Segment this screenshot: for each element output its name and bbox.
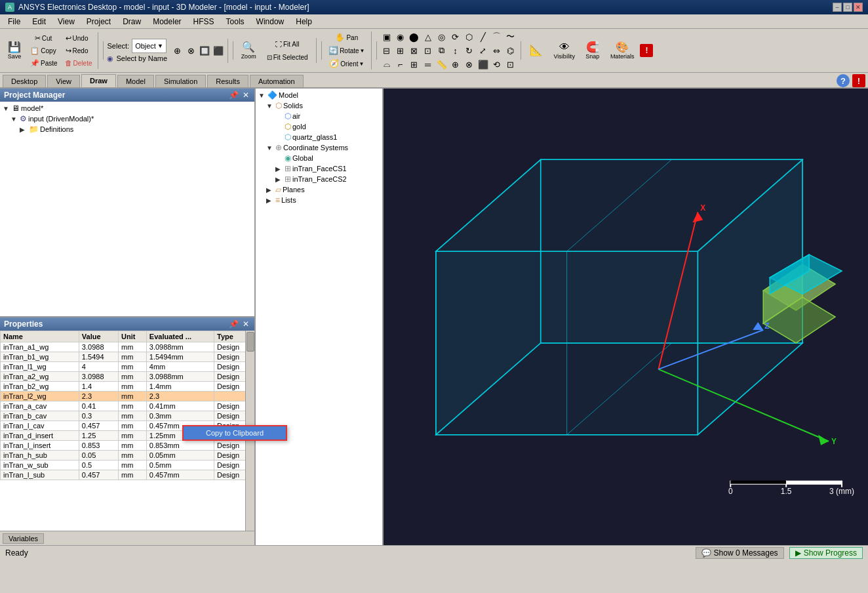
tab-draw[interactable]: Draw xyxy=(81,74,116,87)
pin-button[interactable]: 📌 xyxy=(227,91,240,100)
pan-button[interactable]: ✋ Pan xyxy=(325,31,368,43)
tab-results[interactable]: Results xyxy=(207,75,248,87)
section-icon[interactable]: ═ xyxy=(422,58,435,71)
menu-edit[interactable]: Edit xyxy=(27,16,51,28)
tree-coord-sys[interactable]: ▼ ⊕ Coordinate Systems xyxy=(257,142,381,153)
menu-window[interactable]: Window xyxy=(251,16,290,28)
table-row[interactable]: inTran_b1_wg 1.5494 mm 1.5494mm Design xyxy=(1,352,254,362)
sweep-icon[interactable]: ⌬ xyxy=(504,44,517,57)
menu-file[interactable]: File xyxy=(3,16,26,28)
viewport[interactable]: X Y Z 0 1.5 3 (mm) xyxy=(384,89,868,545)
zoom-button[interactable]: 🔍 Zoom xyxy=(237,39,260,62)
tree-model[interactable]: ▼ 🖥 model* xyxy=(1,103,253,113)
show-progress-button[interactable]: ▶ Show Progress xyxy=(789,547,863,559)
orient-button[interactable]: 🧭 Orient ▼ xyxy=(325,58,368,70)
table-row[interactable]: inTran_a2_wg 3.0988 mm 3.0988mm Design xyxy=(1,372,254,382)
ansys-warning-icon[interactable]: ! xyxy=(640,44,653,57)
select-icon3[interactable]: 🔲 xyxy=(198,44,211,57)
paste-button[interactable]: 📌 Paste xyxy=(27,57,61,69)
props-close-button[interactable]: ✕ xyxy=(241,319,250,329)
measure-tool-icon[interactable]: 📏 xyxy=(435,58,448,71)
select-icon1[interactable]: ⊕ xyxy=(170,44,184,57)
helix-icon[interactable]: ⟳ xyxy=(449,30,462,43)
warning-icon[interactable]: ! xyxy=(852,74,865,87)
draw-arc-icon[interactable]: ⌒ xyxy=(490,30,503,43)
copy-to-clipboard-button[interactable]: Copy to Clipboard xyxy=(184,426,286,440)
unite-icon[interactable]: ⊞ xyxy=(394,44,407,57)
measure-button[interactable]: 📐 xyxy=(524,39,548,62)
delete-button[interactable]: 🗑 Delete xyxy=(62,57,96,69)
copy-button[interactable]: 📋 Copy xyxy=(27,45,60,56)
tab-simulation[interactable]: Simulation xyxy=(155,75,206,87)
close-panel-button[interactable]: ✕ xyxy=(241,91,250,100)
tab-view[interactable]: View xyxy=(47,75,80,87)
tree-global[interactable]: ◉ Global xyxy=(257,153,381,163)
mirror-icon[interactable]: ⇔ xyxy=(490,44,503,57)
redo-button[interactable]: ↪ Redo xyxy=(60,45,93,56)
table-row[interactable]: inTran_l_sub 0.457 mm 0.457mm Design xyxy=(1,470,254,480)
box-icon[interactable]: ▣ xyxy=(380,30,393,43)
menu-view[interactable]: View xyxy=(52,16,80,28)
scale-icon[interactable]: ⤢ xyxy=(477,44,490,57)
tree-planes[interactable]: ▶ ▱ Planes xyxy=(257,184,381,195)
table-row[interactable]: inTran_b2_wg 1.4 mm 1.4mm Design xyxy=(1,382,254,392)
tree-facecs2[interactable]: ▶ ⊞ inTran_FaceCS2 xyxy=(257,174,381,184)
tab-desktop[interactable]: Desktop xyxy=(3,75,46,87)
tool9[interactable]: ⊡ xyxy=(504,58,517,71)
tool7[interactable]: ⬛ xyxy=(477,58,490,71)
select-icon2[interactable]: ⊗ xyxy=(184,44,197,57)
menu-modeler[interactable]: Modeler xyxy=(148,16,186,28)
fillet-icon[interactable]: ⌓ xyxy=(380,58,393,71)
tree-air[interactable]: ⬡ air xyxy=(257,111,381,121)
tree-quartz[interactable]: ⬡ quartz_glass1 xyxy=(257,132,381,142)
help-icon[interactable]: ? xyxy=(837,74,850,87)
rotate-op-icon[interactable]: ↻ xyxy=(463,44,476,57)
tab-automation[interactable]: Automation xyxy=(250,75,304,87)
tree-model-root[interactable]: ▼ 🔷 Model xyxy=(257,90,381,100)
rotate-button[interactable]: 🔄 Rotate ▼ xyxy=(325,45,368,56)
table-row[interactable]: inTran_a_cav 0.41 mm 0.41mm Design xyxy=(1,401,254,411)
draw-line-icon[interactable]: ╱ xyxy=(477,30,490,43)
table-row[interactable]: inTran_b_cav 0.3 mm 0.3mm Design xyxy=(1,411,254,421)
maximize-button[interactable]: □ xyxy=(843,3,852,12)
tree-input[interactable]: ▼ ⚙ input (DrivenModal)* xyxy=(1,113,253,124)
cut-button[interactable]: ✂ Cut xyxy=(27,32,60,44)
tree-solids[interactable]: ▼ ⬡ Solids xyxy=(257,100,381,111)
split-icon[interactable]: ⊡ xyxy=(422,44,435,57)
duplicate-icon[interactable]: ⧉ xyxy=(435,44,448,57)
menu-draw[interactable]: Draw xyxy=(117,16,146,28)
snap-button[interactable]: 🧲 Snap xyxy=(581,39,604,62)
menu-help[interactable]: Help xyxy=(290,16,317,28)
show-messages-button[interactable]: 💬 Show 0 Messages xyxy=(696,547,784,559)
select-icon4[interactable]: ⬛ xyxy=(212,44,225,57)
tree-lists[interactable]: ▶ ≡ Lists xyxy=(257,195,381,205)
props-pin-button[interactable]: 📌 xyxy=(227,319,240,329)
scrollbar-thumb[interactable] xyxy=(247,332,254,352)
subtract-icon[interactable]: ⊟ xyxy=(380,44,393,57)
intersect-icon[interactable]: ⊠ xyxy=(408,44,421,57)
move-icon[interactable]: ↕ xyxy=(449,44,462,57)
sphere-icon[interactable]: ⬤ xyxy=(408,30,421,43)
save-button[interactable]: 💾 Save xyxy=(3,39,26,62)
torus-icon[interactable]: ◎ xyxy=(435,30,448,43)
spline-icon[interactable]: 〜 xyxy=(504,30,517,43)
variables-tab-item[interactable]: Variables xyxy=(3,533,44,544)
minimize-button[interactable]: – xyxy=(833,3,842,12)
chamfer-icon[interactable]: ⌐ xyxy=(394,58,407,71)
tab-model[interactable]: Model xyxy=(117,75,154,87)
select-combo[interactable]: Object ▼ xyxy=(132,39,167,53)
cone-icon[interactable]: △ xyxy=(422,30,435,43)
tree-gold[interactable]: ⬡ gold xyxy=(257,121,381,132)
table-row[interactable]: inTran_l_insert 0.853 mm 0.853mm Design xyxy=(1,441,254,451)
table-row[interactable]: inTran_l1_wg 4 mm 4mm Design xyxy=(1,362,254,372)
menu-project[interactable]: Project xyxy=(81,16,116,28)
fit-selected-button[interactable]: ⊡ Fit Selected xyxy=(261,51,313,63)
fit-all-button[interactable]: ⛶ Fit All xyxy=(261,38,313,50)
menu-tools[interactable]: Tools xyxy=(221,16,250,28)
cylinder-icon[interactable]: ◉ xyxy=(394,30,407,43)
table-row[interactable]: inTran_l2_wg 2.3 mm 2.3 xyxy=(1,392,254,401)
undo-button[interactable]: ↩ Undo xyxy=(60,32,93,44)
tree-definitions[interactable]: ▶ 📁 Definitions xyxy=(1,124,253,134)
materials-button[interactable]: 🎨 Materials xyxy=(607,39,638,62)
menu-hfss[interactable]: HFSS xyxy=(188,16,220,28)
